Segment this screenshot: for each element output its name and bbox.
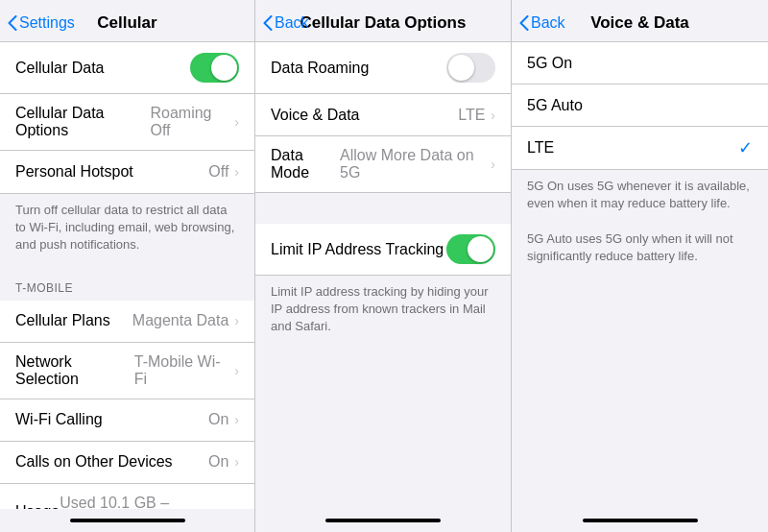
network-selection-row[interactable]: Network Selection T-Mobile Wi-Fi › <box>0 343 254 399</box>
5g-auto-label: 5G Auto <box>527 97 583 114</box>
limit-ip-info: Limit IP address tracking by hiding your… <box>255 276 511 348</box>
usage-value: Used 10.1 GB – Unlimited <box>60 495 228 509</box>
chevron-icon: › <box>234 363 239 378</box>
lte-right: ✓ <box>738 137 753 158</box>
cellular-data-label: Cellular Data <box>15 60 104 77</box>
calls-other-devices-value: On <box>208 453 228 471</box>
personal-hotspot-label: Personal Hotspot <box>15 163 133 181</box>
limit-ip-row[interactable]: Limit IP Address Tracking <box>255 224 511 275</box>
chevron-icon: › <box>491 157 495 172</box>
limit-ip-label: Limit IP Address Tracking <box>271 241 444 258</box>
chevron-icon: › <box>491 108 495 123</box>
data-roaming-label: Data Roaming <box>271 60 369 77</box>
5g-on-row[interactable]: 5G On <box>512 42 768 85</box>
back-label: Settings <box>19 14 75 32</box>
calls-other-devices-row[interactable]: Calls on Other Devices On › <box>0 442 254 484</box>
left-nav-bar: Settings Cellular <box>0 0 254 42</box>
right-panel: Back Voice & Data 5G On 5G Auto LTE ✓ 5G… <box>512 0 768 532</box>
lte-label: LTE <box>527 139 554 157</box>
home-indicator <box>70 519 185 522</box>
data-mode-value: Allow More Data on 5G <box>340 147 485 181</box>
toggle-knob <box>211 55 237 81</box>
cellular-data-options-label: Cellular Data Options <box>15 105 150 139</box>
chevron-icon: › <box>234 164 239 180</box>
right-title: Voice & Data <box>590 13 689 33</box>
calls-other-devices-right: On › <box>208 453 239 471</box>
chevron-icon: › <box>234 114 239 130</box>
network-selection-value: T-Mobile Wi-Fi <box>134 353 229 388</box>
middle-back-button[interactable]: Back <box>263 14 309 32</box>
wifi-calling-right: On › <box>208 411 239 428</box>
left-title: Cellular <box>97 13 156 33</box>
toggle-knob <box>448 55 474 81</box>
cellular-data-options-row[interactable]: Cellular Data Options Roaming Off › <box>0 94 254 151</box>
chevron-icon: › <box>234 313 239 328</box>
network-selection-label: Network Selection <box>15 353 134 388</box>
cellular-data-options-value: Roaming Off <box>150 105 228 139</box>
5g-on-label: 5G On <box>527 55 572 72</box>
right-back-label: Back <box>531 14 565 32</box>
cellular-plans-value: Magenta Data <box>132 312 229 329</box>
middle-back-label: Back <box>275 14 309 32</box>
cellular-plans-label: Cellular Plans <box>15 312 110 329</box>
middle-nav-bar: Back Cellular Data Options <box>255 0 511 42</box>
voice-data-right: LTE › <box>458 107 495 124</box>
cellular-plans-row[interactable]: Cellular Plans Magenta Data › <box>0 301 254 343</box>
lte-checkmark: ✓ <box>738 137 753 158</box>
5g-on-note-text: 5G On uses 5G whenever it is available, … <box>527 179 750 210</box>
voice-data-value: LTE <box>458 107 485 124</box>
data-mode-label: Data Mode <box>271 147 340 181</box>
usage-row[interactable]: Usage Used 10.1 GB – Unlimited › <box>0 484 254 509</box>
cellular-data-row[interactable]: Cellular Data <box>0 42 254 94</box>
chevron-icon: › <box>234 412 239 427</box>
middle-bottom-bar <box>255 509 511 532</box>
personal-hotspot-value: Off <box>208 163 228 181</box>
lte-row[interactable]: LTE ✓ <box>512 127 768 169</box>
voice-data-label: Voice & Data <box>271 107 360 124</box>
limit-ip-toggle[interactable] <box>446 234 495 264</box>
5g-auto-note-text: 5G Auto uses 5G only when it will not si… <box>527 231 733 263</box>
personal-hotspot-row[interactable]: Personal Hotspot Off › <box>0 151 254 193</box>
right-nav-bar: Back Voice & Data <box>512 0 768 42</box>
wifi-calling-label: Wi-Fi Calling <box>15 411 103 428</box>
right-back-button[interactable]: Back <box>519 14 565 32</box>
usage-right: Used 10.1 GB – Unlimited › <box>60 495 239 509</box>
personal-hotspot-right: Off › <box>208 163 239 181</box>
home-indicator <box>583 519 698 522</box>
wifi-calling-value: On <box>208 411 228 428</box>
cellular-data-options-right: Roaming Off › <box>150 105 239 139</box>
5g-auto-row[interactable]: 5G Auto <box>512 85 768 127</box>
cellular-plans-right: Magenta Data › <box>132 312 239 329</box>
data-mode-right: Allow More Data on 5G › <box>340 147 495 181</box>
right-bottom-bar <box>512 509 768 532</box>
cellular-data-toggle[interactable] <box>190 53 239 83</box>
toggle-knob <box>468 236 493 262</box>
left-panel: Settings Cellular Cellular Data Cellular… <box>0 0 255 532</box>
voice-data-row[interactable]: Voice & Data LTE › <box>255 94 511 136</box>
data-mode-row[interactable]: Data Mode Allow More Data on 5G › <box>255 136 511 192</box>
calls-other-devices-label: Calls on Other Devices <box>15 453 173 471</box>
data-roaming-row[interactable]: Data Roaming <box>255 42 511 94</box>
left-bottom-bar <box>0 509 254 532</box>
data-roaming-toggle[interactable] <box>446 53 495 83</box>
middle-panel: Back Cellular Data Options Data Roaming … <box>255 0 512 532</box>
home-indicator <box>325 519 441 522</box>
t-mobile-section-header: T-MOBILE <box>0 266 254 301</box>
5g-on-note: 5G On uses 5G whenever it is available, … <box>512 170 768 277</box>
wifi-calling-row[interactable]: Wi-Fi Calling On › <box>0 399 254 442</box>
network-selection-right: T-Mobile Wi-Fi › <box>134 353 239 388</box>
chevron-icon: › <box>234 454 239 470</box>
middle-title: Cellular Data Options <box>300 13 467 33</box>
settings-back-button[interactable]: Settings <box>8 14 75 32</box>
cellular-data-info: Turn off cellular data to restrict all d… <box>0 194 254 266</box>
